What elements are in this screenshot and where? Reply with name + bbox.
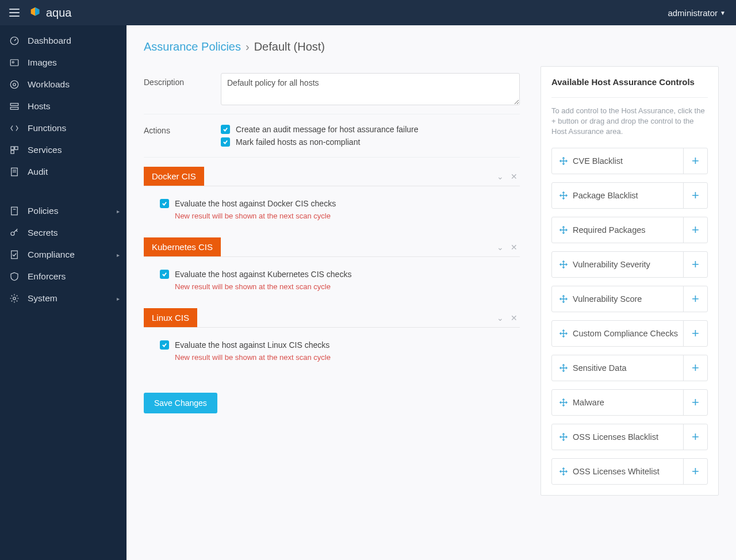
cis-check-label: Evaluate the host against Kubernetes CIS… [175, 270, 351, 279]
add-control-button[interactable]: + [683, 321, 707, 346]
sidebar-item-label: Enforcers [28, 271, 66, 282]
chevron-down-icon[interactable]: ⌄ [497, 243, 504, 252]
control-chip[interactable]: Custom Compliance Checks + [551, 320, 708, 347]
checkbox-row[interactable]: Mark failed hosts as non-compliant [221, 137, 520, 147]
add-control-button[interactable]: + [683, 286, 707, 312]
menu-toggle[interactable] [6, 5, 23, 20]
sidebar-item-audit[interactable]: Audit [0, 161, 126, 183]
cis-checkbox-row[interactable]: Evaluate the host against Kubernetes CIS… [160, 270, 514, 279]
svg-rect-7 [11, 147, 14, 149]
add-control-button[interactable]: + [683, 459, 707, 484]
drag-icon[interactable] [557, 226, 570, 234]
sidebar-item-dashboard[interactable]: Dashboard [0, 30, 126, 52]
drag-icon[interactable] [557, 157, 570, 165]
logo-icon [29, 6, 41, 19]
control-chip[interactable]: Sensitive Data + [551, 355, 708, 381]
checkbox-icon [221, 137, 230, 147]
sidebar-item-enforcers[interactable]: Enforcers [0, 266, 126, 287]
sidebar-item-workloads[interactable]: Workloads [0, 74, 126, 95]
sidebar-item-policies[interactable]: Policies ▸ [0, 200, 126, 222]
add-control-button[interactable]: + [683, 183, 707, 208]
svg-rect-8 [15, 147, 18, 149]
sidebar-item-functions[interactable]: Functions [0, 117, 126, 139]
control-label: CVE Blacklist [573, 156, 683, 166]
control-chip[interactable]: Vulnerability Severity + [551, 251, 708, 278]
checkbox-icon [160, 270, 169, 279]
svg-point-3 [13, 83, 16, 86]
control-label: Sensitive Data [573, 363, 683, 373]
control-chip[interactable]: CVE Blacklist + [551, 148, 708, 174]
available-controls-panel: Available Host Assurance Controls To add… [540, 66, 719, 496]
nav-icon [9, 293, 20, 304]
add-control-button[interactable]: + [683, 217, 707, 243]
drag-icon[interactable] [557, 364, 570, 372]
cis-checkbox-row[interactable]: Evaluate the host against Docker CIS che… [160, 199, 514, 208]
app-name: aqua [46, 6, 72, 20]
checkbox-row[interactable]: Create an audit message for host assuran… [221, 125, 520, 134]
caret-down-icon: ▼ [720, 10, 726, 16]
drag-icon[interactable] [557, 260, 570, 269]
add-control-button[interactable]: + [683, 252, 707, 277]
nav-icon [9, 36, 20, 46]
add-control-button[interactable]: + [683, 424, 707, 450]
nav-icon [9, 57, 20, 68]
cis-note: New result will be shown at the next sca… [175, 212, 514, 220]
sidebar: Dashboard Images Workloads Hosts Functio… [0, 25, 126, 560]
chevron-right-icon: ▸ [117, 208, 120, 214]
sidebar-item-label: Hosts [28, 101, 51, 112]
drag-icon[interactable] [557, 191, 570, 200]
chevron-down-icon[interactable]: ⌄ [497, 313, 504, 323]
sidebar-item-secrets[interactable]: Secrets [0, 222, 126, 244]
add-control-button[interactable]: + [683, 390, 707, 415]
app-logo[interactable]: aqua [29, 6, 72, 20]
sidebar-item-compliance[interactable]: Compliance ▸ [0, 244, 126, 266]
control-chip[interactable]: Required Packages + [551, 217, 708, 243]
sidebar-item-images[interactable]: Images [0, 52, 126, 74]
sidebar-item-hosts[interactable]: Hosts [0, 95, 126, 117]
svg-rect-13 [12, 207, 18, 215]
drag-icon[interactable] [557, 295, 570, 303]
sidebar-item-services[interactable]: Services [0, 139, 126, 161]
drag-icon[interactable] [557, 433, 570, 441]
svg-point-15 [11, 232, 14, 236]
control-chip[interactable]: Vulnerability Score + [551, 286, 708, 312]
add-control-button[interactable]: + [683, 355, 707, 381]
nav-icon [9, 167, 20, 177]
control-chip[interactable]: OSS Licenses Whitelist + [551, 458, 708, 485]
save-button[interactable]: Save Changes [144, 393, 217, 413]
nav-icon [9, 79, 20, 90]
control-chip[interactable]: Malware + [551, 389, 708, 416]
control-chip[interactable]: Package Blacklist + [551, 182, 708, 209]
chevron-down-icon[interactable]: ⌄ [497, 172, 504, 181]
cis-title: Linux CIS [144, 308, 197, 327]
chevron-right-icon: ▸ [117, 296, 120, 302]
description-label: Description [144, 73, 207, 87]
available-controls-title: Available Host Assurance Controls [551, 77, 708, 87]
cis-note: New result will be shown at the next sca… [175, 282, 514, 291]
drag-icon[interactable] [557, 398, 570, 406]
svg-rect-9 [11, 151, 14, 154]
control-label: OSS Licenses Blacklist [573, 432, 683, 442]
control-label: Custom Compliance Checks [573, 329, 683, 338]
sidebar-item-system[interactable]: System ▸ [0, 287, 126, 309]
cis-section: Kubernetes CIS ⌄ ✕ Evaluate the host aga… [144, 237, 520, 299]
cis-checkbox-row[interactable]: Evaluate the host against Linux CIS chec… [160, 340, 514, 350]
close-icon[interactable]: ✕ [511, 243, 518, 252]
sidebar-item-label: Policies [28, 206, 58, 216]
checkbox-label: Mark failed hosts as non-compliant [236, 137, 360, 147]
control-chip[interactable]: OSS Licenses Blacklist + [551, 424, 708, 450]
drag-icon[interactable] [557, 329, 570, 337]
drag-icon[interactable] [557, 467, 570, 475]
sidebar-item-label: Compliance [28, 250, 75, 260]
cis-note: New result will be shown at the next sca… [175, 353, 514, 362]
user-menu[interactable]: administrator ▼ [668, 8, 726, 18]
nav-icon [9, 101, 20, 112]
cis-check-label: Evaluate the host against Linux CIS chec… [175, 340, 329, 350]
description-input[interactable] [221, 73, 520, 105]
nav-icon [9, 228, 20, 238]
close-icon[interactable]: ✕ [511, 172, 518, 181]
add-control-button[interactable]: + [683, 148, 707, 174]
breadcrumb-parent[interactable]: Assurance Policies [144, 40, 241, 53]
user-name: administrator [668, 8, 718, 18]
close-icon[interactable]: ✕ [511, 313, 518, 323]
